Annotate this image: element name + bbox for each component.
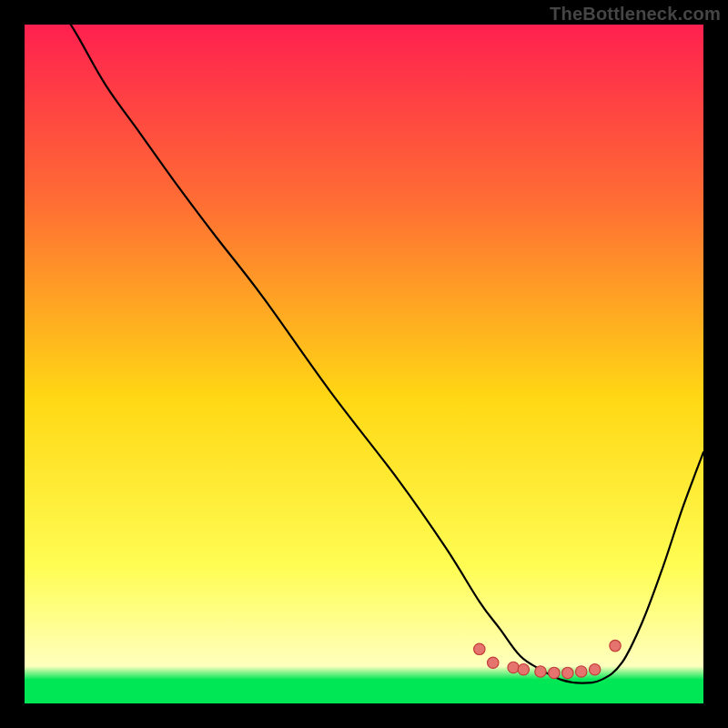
- marker-dot: [518, 664, 529, 675]
- marker-dot: [549, 667, 560, 678]
- chart-stage: TheBottleneck.com: [0, 0, 728, 728]
- marker-dot: [576, 666, 587, 677]
- marker-dot: [488, 657, 499, 668]
- gradient-bg: [25, 25, 703, 703]
- marker-dot: [535, 666, 546, 677]
- marker-dot: [562, 667, 573, 678]
- marker-dot: [589, 664, 600, 675]
- watermark-text: TheBottleneck.com: [550, 4, 721, 25]
- marker-dot: [474, 643, 485, 654]
- plot-area: [25, 25, 703, 703]
- plot-svg: [25, 25, 703, 703]
- marker-dot: [610, 640, 621, 651]
- marker-dot: [508, 662, 519, 672]
